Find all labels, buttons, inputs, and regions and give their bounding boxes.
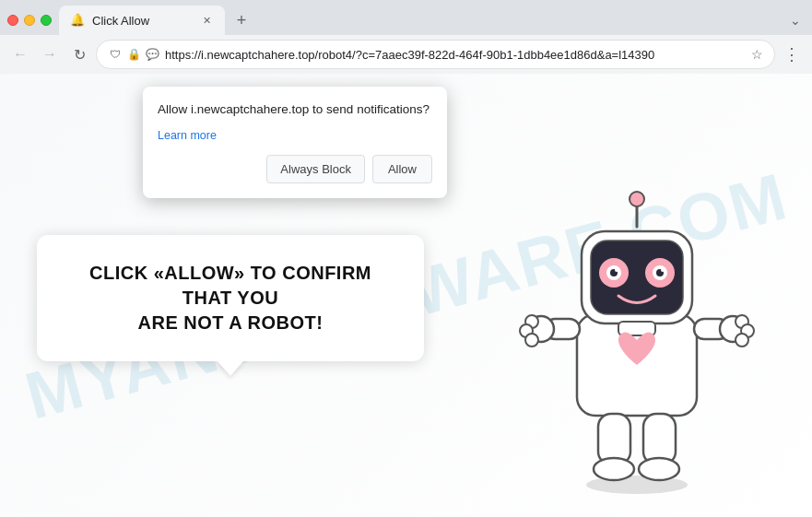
popup-buttons: Always Block Allow bbox=[158, 155, 432, 183]
always-block-button[interactable]: Always Block bbox=[266, 155, 365, 183]
svg-rect-25 bbox=[598, 414, 630, 464]
refresh-button[interactable]: ↻ bbox=[66, 41, 92, 67]
address-bar[interactable]: 🛡 🔒 💬 https://i.newcaptchahere.top/robot… bbox=[96, 40, 775, 69]
svg-point-28 bbox=[639, 458, 679, 480]
main-text-box: CLICK «ALLOW» TO CONFIRM THAT YOU ARE NO… bbox=[37, 235, 424, 361]
robot-illustration bbox=[517, 185, 757, 499]
notification-popup: Allow i.newcaptchahere.top to send notif… bbox=[143, 87, 447, 198]
minimize-window-button[interactable] bbox=[24, 15, 35, 26]
svg-point-27 bbox=[594, 458, 634, 480]
new-tab-button[interactable]: + bbox=[229, 7, 254, 33]
main-text-line1: CLICK «ALLOW» TO CONFIRM THAT YOU bbox=[89, 263, 371, 308]
tab-bar-menu-icon[interactable]: ⌄ bbox=[786, 11, 805, 29]
browser-window: 🔔 Click Allow ✕ + ⌄ ← → ↻ 🛡 🔒 💬 https://… bbox=[0, 0, 812, 517]
svg-point-13 bbox=[661, 268, 665, 272]
notification-message: Allow i.newcaptchahere.top to send notif… bbox=[158, 101, 432, 119]
bookmark-icon[interactable]: ☆ bbox=[751, 47, 763, 62]
tab-bar-right: ⌄ bbox=[786, 11, 805, 29]
svg-point-2 bbox=[630, 192, 644, 206]
address-icons: 🛡 🔒 💬 bbox=[108, 47, 159, 62]
traffic-lights bbox=[7, 15, 52, 26]
forward-button[interactable]: → bbox=[37, 41, 63, 67]
chat-icon: 💬 bbox=[145, 47, 159, 62]
allow-button[interactable]: Allow bbox=[372, 155, 432, 183]
svg-point-19 bbox=[525, 334, 538, 347]
lock-icon: 🔒 bbox=[126, 47, 141, 62]
main-text: CLICK «ALLOW» TO CONFIRM THAT YOU ARE NO… bbox=[66, 261, 394, 335]
svg-rect-26 bbox=[643, 414, 676, 464]
page-content: MYANTISPYWARE.COM Allow i.newcaptchahere… bbox=[0, 74, 812, 517]
svg-point-24 bbox=[736, 334, 748, 347]
tab-close-button[interactable]: ✕ bbox=[199, 13, 214, 28]
nav-bar: ← → ↻ 🛡 🔒 💬 https://i.newcaptchahere.top… bbox=[0, 35, 812, 74]
tab-favicon-icon: 🔔 bbox=[70, 13, 85, 28]
close-window-button[interactable] bbox=[7, 15, 18, 26]
active-tab[interactable]: 🔔 Click Allow ✕ bbox=[59, 6, 225, 35]
main-text-line2: ARE NOT A ROBOT! bbox=[138, 312, 324, 333]
shield-icon: 🛡 bbox=[108, 47, 123, 62]
svg-point-12 bbox=[615, 268, 618, 272]
robot-svg bbox=[517, 185, 757, 499]
tab-bar: 🔔 Click Allow ✕ + ⌄ bbox=[0, 0, 812, 35]
learn-more-link[interactable]: Learn more bbox=[158, 129, 217, 142]
url-text: https://i.newcaptchahere.top/robot4/?c=7… bbox=[165, 48, 746, 62]
tab-title: Click Allow bbox=[92, 14, 192, 28]
maximize-window-button[interactable] bbox=[41, 15, 52, 26]
browser-menu-button[interactable]: ⋮ bbox=[779, 41, 805, 67]
back-button[interactable]: ← bbox=[7, 41, 33, 67]
